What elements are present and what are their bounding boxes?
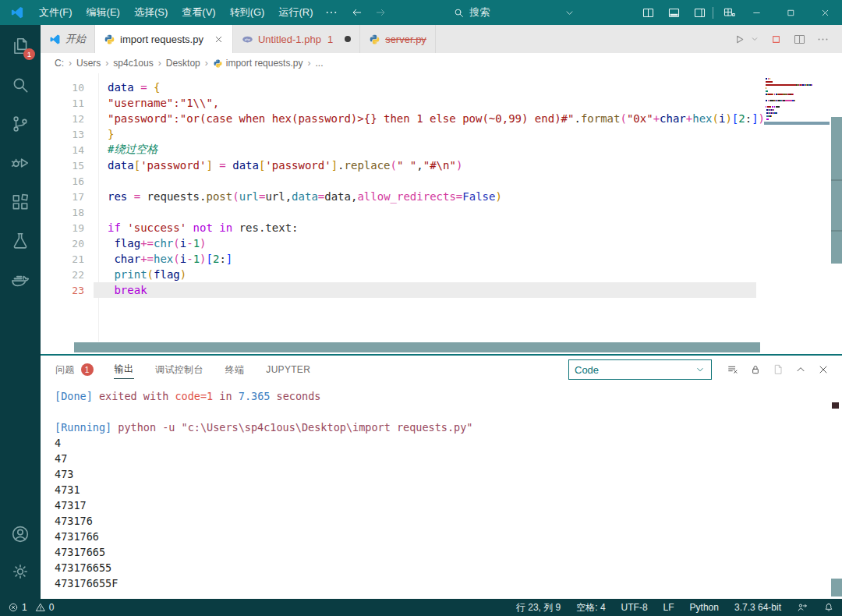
line-number[interactable]: 12 — [41, 113, 84, 125]
menu-item[interactable]: 选择(S) — [127, 5, 175, 19]
minimap[interactable] — [766, 78, 826, 125]
line-number[interactable]: 17 — [41, 191, 84, 203]
status-problems[interactable]: 0 — [35, 602, 55, 613]
status-bell[interactable] — [823, 602, 834, 613]
tab-untitled-1.php[interactable]: phpUntitled-1.php1 — [233, 25, 360, 53]
more-menus-icon[interactable] — [324, 5, 338, 19]
status-item[interactable]: 3.7.3 64-bit — [734, 602, 781, 613]
code-line-19[interactable]: 19if 'success' not in res.text: — [41, 220, 842, 235]
panel-tab-jupyter[interactable]: JUPYTER — [265, 362, 311, 377]
vertical-scrollbar-thumb[interactable] — [831, 117, 842, 264]
code-line-22[interactable]: 22 print(flag) — [41, 267, 842, 282]
line-number[interactable]: 18 — [41, 207, 84, 218]
line-number[interactable]: 11 — [41, 97, 84, 109]
arrow-right-icon[interactable] — [374, 6, 387, 19]
breadcrumb-item[interactable]: Users — [75, 58, 102, 69]
sidebar-item-explorer[interactable]: 1 — [10, 36, 30, 56]
layout-panel-icon[interactable] — [667, 6, 681, 19]
menu-item[interactable]: 编辑(E) — [80, 5, 127, 19]
sidebar-item-testing[interactable] — [10, 231, 30, 251]
horizontal-scrollbar-thumb[interactable] — [74, 342, 760, 352]
clear-output-button[interactable] — [727, 363, 739, 376]
breadcrumb-item[interactable]: import requests.py — [211, 58, 305, 69]
breadcrumb-item[interactable]: Desktop — [165, 58, 202, 69]
panel-scrollbar-thumb[interactable] — [831, 579, 842, 597]
output-view[interactable]: [Done] exited with code=1 in 7.365 secon… — [41, 384, 842, 599]
arrow-left-icon[interactable] — [351, 6, 363, 19]
code-line-11[interactable]: 11"username":"1\\", — [41, 95, 842, 111]
panel-tab-输出[interactable]: 输出 — [114, 360, 135, 379]
status-item[interactable]: 空格: 4 — [576, 601, 605, 614]
tab-import-requests.py[interactable]: import requests.py — [95, 25, 233, 53]
code-line-18[interactable]: 18 — [41, 204, 842, 220]
menu-item[interactable]: 查看(V) — [175, 5, 222, 19]
line-number[interactable]: 22 — [41, 269, 84, 281]
breadcrumb-item[interactable]: sp4c1ous — [111, 58, 154, 69]
tab--[interactable]: 开始 — [41, 25, 95, 53]
tab-server.py[interactable]: server.py — [360, 25, 436, 53]
status-problems[interactable]: 1 — [8, 602, 27, 613]
panel-tab-终端[interactable]: 终端 — [225, 361, 246, 379]
line-number[interactable]: 16 — [41, 175, 84, 187]
code-line-21[interactable]: 21 char+=hex(i-1)[2:] — [41, 251, 842, 267]
code-line-17[interactable]: 17res = requests.post(url=url,data=data,… — [41, 189, 842, 204]
code-line-10[interactable]: 10data = { — [41, 80, 842, 95]
minimize-button[interactable] — [739, 0, 773, 25]
status-item[interactable]: 行 23, 列 9 — [516, 601, 561, 614]
close-button[interactable] — [808, 0, 842, 25]
line-number[interactable]: 14 — [41, 144, 84, 156]
line-number[interactable]: 19 — [41, 222, 84, 234]
chevron-down-button[interactable] — [750, 34, 759, 44]
status-item[interactable]: Python — [690, 602, 719, 613]
status-feedback[interactable] — [797, 602, 808, 613]
menu-item[interactable]: 文件(F) — [32, 5, 80, 19]
customize-layout-icon[interactable] — [723, 6, 736, 19]
panel-tab-调试控制台[interactable]: 调试控制台 — [154, 361, 204, 379]
code-editor[interactable]: 10data = {11"username":"1\\",12"password… — [41, 73, 842, 342]
close-button[interactable] — [817, 363, 830, 376]
more-button[interactable] — [816, 33, 830, 46]
line-number[interactable]: 20 — [41, 238, 84, 250]
run-button[interactable] — [733, 33, 746, 46]
search-box[interactable]: 搜索 — [453, 5, 490, 19]
line-number[interactable]: 15 — [41, 160, 84, 172]
breadcrumb-item[interactable]: C: — [53, 58, 65, 69]
split-editor-gray-button[interactable] — [793, 33, 806, 46]
status-item[interactable]: LF — [663, 602, 674, 613]
sidebar-item-source-control[interactable] — [10, 114, 30, 134]
maximize-button[interactable] — [773, 0, 808, 25]
sidebar-item-settings[interactable] — [10, 561, 30, 582]
panel-tab-问题[interactable]: 问题1 — [55, 361, 94, 379]
code-line-16[interactable]: 16 — [41, 173, 842, 189]
breadcrumb-item[interactable]: ... — [313, 58, 324, 69]
menu-item[interactable]: 运行(R) — [271, 5, 320, 19]
chevron-down-icon[interactable] — [564, 7, 575, 19]
sidebar-item-account[interactable] — [10, 524, 30, 544]
line-number[interactable]: 23 — [41, 285, 84, 296]
code-line-20[interactable]: 20 flag+=chr(i-1) — [41, 235, 842, 251]
code-line-23[interactable]: 23 break — [41, 282, 842, 298]
sidebar-item-extensions[interactable] — [10, 192, 30, 212]
code-line-14[interactable]: 14#绕过空格 — [41, 142, 842, 158]
open-in-editor-button[interactable] — [772, 363, 784, 376]
sidebar-item-run-debug[interactable] — [10, 153, 30, 173]
layout-sidebar-icon[interactable] — [693, 6, 706, 19]
sidebar-item-search[interactable] — [10, 75, 30, 95]
code-line-15[interactable]: 15data['password'] = data['password'].re… — [41, 158, 842, 173]
menu-item[interactable]: 转到(G) — [223, 5, 272, 19]
code-line-13[interactable]: 13} — [41, 126, 842, 142]
horizontal-scrollbar[interactable] — [41, 342, 842, 354]
chevron-up-button[interactable] — [794, 363, 807, 376]
status-item[interactable]: UTF-8 — [621, 602, 648, 613]
minimap-slider[interactable] — [764, 122, 830, 125]
stop-button[interactable] — [769, 33, 783, 46]
lock-button[interactable] — [749, 363, 762, 376]
output-channel-select[interactable]: Code — [568, 359, 712, 380]
line-number[interactable]: 13 — [41, 129, 84, 140]
line-number[interactable]: 21 — [41, 253, 84, 265]
line-number[interactable]: 10 — [41, 82, 84, 94]
dirty-dot-icon[interactable] — [345, 36, 351, 42]
sidebar-item-docker[interactable] — [10, 270, 30, 290]
split-editor-icon[interactable] — [642, 6, 655, 19]
code-line-12[interactable]: 12"password":"or(case when hex(password)… — [41, 111, 842, 126]
